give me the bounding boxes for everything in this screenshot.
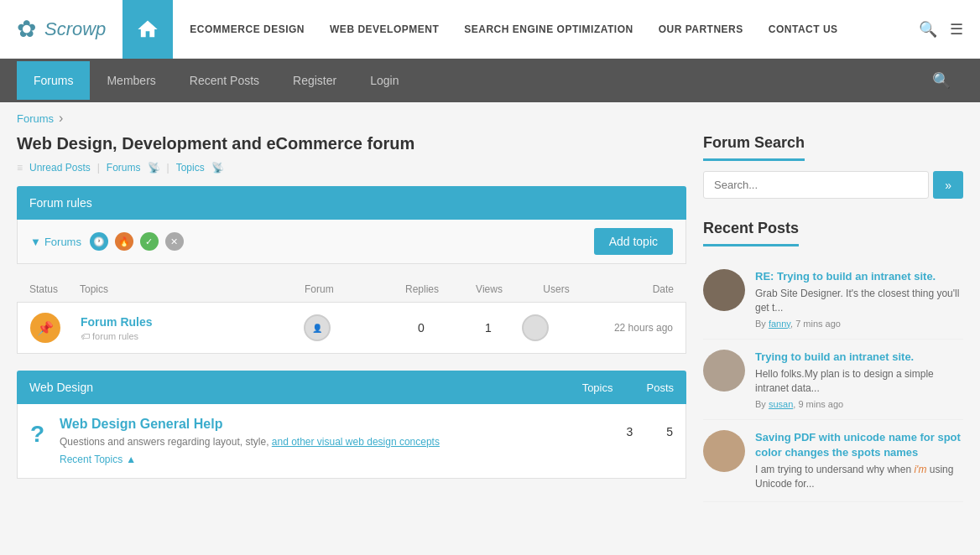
sub-nav: Forums Members Recent Posts Register Log…	[0, 59, 980, 102]
sub-forum-title[interactable]: Web Design General Help	[60, 417, 222, 431]
col-topics: Topics	[80, 283, 305, 295]
views-count: 1	[455, 321, 522, 335]
menu-item-contact[interactable]: CONTACT US	[769, 23, 838, 35]
tag-text: forum rules	[92, 331, 138, 341]
topics-link[interactable]: Topics	[176, 162, 205, 174]
unread-posts-link[interactable]: Unread Posts	[29, 162, 91, 174]
filter-icons: 🕐 🔥 ✓ ✕	[90, 232, 184, 251]
filter-icon-close[interactable]: ✕	[165, 232, 184, 251]
col-replies: Replies	[388, 283, 456, 295]
search-button[interactable]: »	[933, 171, 963, 199]
forum-col-avatar: 👤	[304, 314, 388, 341]
table-header: Status Topics Forum Replies Views Users …	[17, 277, 686, 303]
recent-post-content-2: Trying to build an intranet site. Hello …	[755, 350, 963, 409]
tab-register[interactable]: Register	[276, 61, 353, 100]
recent-post-title-1[interactable]: RE: Trying to build an intranet site.	[755, 270, 936, 283]
recent-post-item-1: RE: Trying to build an intranet site. Gr…	[703, 259, 963, 340]
breadcrumb-separator: ›	[59, 111, 63, 126]
top-nav: ✿ Scrowp ECOMMERCE DESIGN WEB DEVELOPMEN…	[0, 0, 980, 59]
sub-forum-desc-link[interactable]: and other visual web design concepts	[272, 436, 440, 448]
forums-link[interactable]: Forums	[107, 162, 141, 174]
add-topic-button[interactable]: Add topic	[594, 228, 673, 255]
search-input[interactable]	[703, 171, 929, 199]
forum-rules-bar: Forum rules	[17, 186, 686, 220]
recent-topics-label: Recent Topics	[60, 454, 122, 465]
col-forum: Forum	[305, 283, 388, 295]
date-col: 22 hours ago	[589, 322, 673, 334]
main-layout: Web Design, Development and eCommerce fo…	[0, 134, 980, 519]
author-link-1[interactable]: fanny	[769, 319, 790, 329]
user-avatar	[522, 314, 549, 341]
meta-icon1: 📡	[148, 162, 160, 174]
tab-members[interactable]: Members	[90, 61, 172, 100]
avatar-3	[703, 430, 745, 472]
recent-post-excerpt-3: I am trying to undersand why when i'm us…	[755, 463, 963, 491]
col-date: Date	[590, 283, 674, 295]
section-title: Web Design	[29, 381, 93, 394]
recent-topics-link[interactable]: Recent Topics ▲	[60, 454, 136, 465]
menu-item-ecommerce[interactable]: ECOMMERCE DESIGN	[190, 23, 305, 35]
home-icon-box[interactable]	[122, 0, 173, 59]
topic-tag-rules: 🏷 forum rules	[81, 331, 304, 341]
recent-post-excerpt-1: Grab Site Designer. It's the closest thi…	[755, 287, 963, 315]
chevron-up-icon: ▲	[126, 454, 136, 465]
sub-forum-posts: 5	[666, 425, 673, 438]
author-link-2[interactable]: susan	[769, 399, 793, 409]
forum-search-title: Forum Search	[703, 134, 963, 171]
posts-col-label: Posts	[646, 381, 674, 394]
sub-forum-stats: 3 5	[626, 417, 673, 438]
recent-post-meta-2: By susan, 9 mins ago	[755, 399, 963, 409]
logo-area: ✿ Scrowp	[17, 15, 106, 43]
recent-post-meta-1: By fanny, 7 mins ago	[755, 319, 963, 329]
menu-item-seo[interactable]: SEARCH ENGINE OPTIMIZATION	[464, 23, 633, 35]
filter-icon-check[interactable]: ✓	[140, 232, 159, 251]
menu-icon[interactable]: ☰	[950, 20, 963, 39]
forum-row-rules: 📌 Forum Rules 🏷 forum rules 👤 0 1 22 hou…	[17, 303, 686, 354]
avatar-circle: 👤	[304, 314, 331, 341]
col-views: Views	[456, 283, 523, 295]
sub-nav-search-icon[interactable]: 🔍	[920, 59, 963, 102]
forum-search-section: Forum Search »	[703, 134, 963, 199]
search-icon[interactable]: 🔍	[919, 20, 937, 39]
topics-col-label: Topics	[582, 381, 613, 394]
home-icon	[136, 18, 159, 41]
menu-item-partners[interactable]: OUR PARTNERS	[659, 23, 743, 35]
breadcrumb: Forums ›	[0, 102, 980, 134]
tab-login[interactable]: Login	[353, 61, 415, 100]
recent-post-excerpt-2: Hello folks.My plan is to design a simpl…	[755, 367, 963, 396]
avatar-img-3	[703, 430, 745, 472]
meta-sep1: |	[97, 162, 100, 174]
filter-icon-clock[interactable]: 🕐	[90, 232, 108, 251]
logo-icon: ✿	[17, 15, 36, 43]
meta-sep2: |	[167, 162, 169, 174]
col-users: Users	[523, 283, 590, 295]
breadcrumb-forums[interactable]: Forums	[17, 112, 54, 125]
recent-posts-title: Recent Posts	[703, 220, 799, 246]
sub-forum-row: ? Web Design General Help Questions and …	[17, 404, 686, 479]
recent-posts-section: Recent Posts RE: Trying to build an intr…	[703, 220, 963, 502]
recent-post-title-2[interactable]: Trying to build an intranet site.	[755, 350, 914, 363]
topic-title-rules[interactable]: Forum Rules	[81, 315, 153, 329]
filter-bar: ▼ Forums 🕐 🔥 ✓ ✕ Add topic	[17, 220, 686, 264]
menu-item-webdev[interactable]: WEB DEVELOPMENT	[330, 23, 439, 35]
tag-icon: 🏷	[81, 331, 90, 341]
avatar-1	[703, 269, 745, 311]
top-nav-icons: 🔍 ☰	[919, 20, 963, 39]
filter-label: ▼ Forums	[30, 236, 81, 248]
section-header-right: Topics Posts	[582, 381, 674, 394]
recent-post-content-1: RE: Trying to build an intranet site. Gr…	[755, 269, 963, 329]
forum-meta: ≡ Unread Posts | Forums 📡 | Topics 📡	[17, 162, 686, 174]
sidebar: Forum Search » Recent Posts RE: Trying t…	[703, 134, 963, 502]
filter-icon-fire[interactable]: 🔥	[115, 232, 133, 251]
sub-forum-info: Web Design General Help Questions and an…	[60, 417, 613, 465]
replies-count: 0	[388, 321, 455, 335]
chevron-down-icon: ▼	[30, 236, 41, 248]
meta-icon2: 📡	[211, 162, 224, 174]
main-menu: ECOMMERCE DESIGN WEB DEVELOPMENT SEARCH …	[190, 23, 919, 35]
content-area: Web Design, Development and eCommerce fo…	[17, 134, 686, 502]
tab-recent-posts[interactable]: Recent Posts	[173, 61, 276, 100]
brand-name: Scrowp	[44, 18, 106, 40]
recent-post-title-3[interactable]: Saving PDF with unicode name for spot co…	[755, 431, 961, 459]
tab-forums[interactable]: Forums	[17, 61, 90, 100]
recent-post-item-3: Saving PDF with unicode name for spot co…	[703, 420, 963, 502]
